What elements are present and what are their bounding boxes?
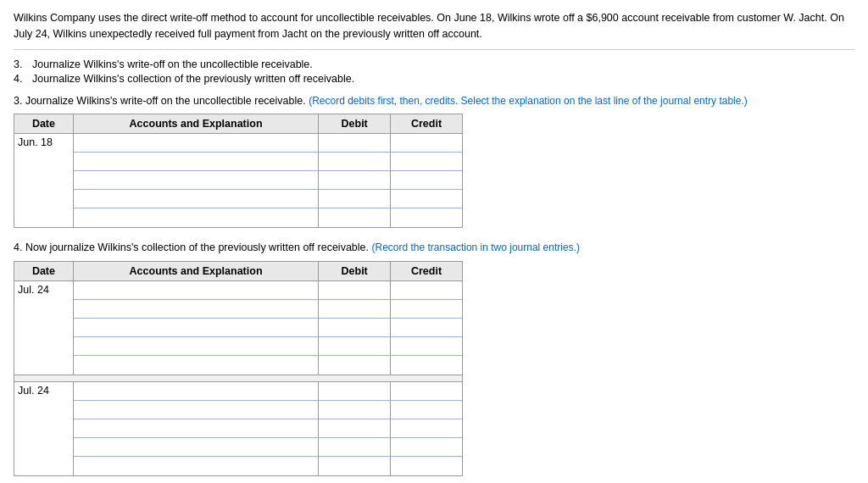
task-list: 3. Journalize Wilkins's write-off on the… (14, 58, 854, 85)
acct-input-4b-2[interactable] (74, 401, 318, 419)
header-date-3: Date (14, 114, 74, 134)
credit-input-4b-1[interactable] (391, 382, 462, 401)
header-acct-4: Accounts and Explanation (73, 262, 318, 281)
date-cell-4a: Jul. 24 (14, 281, 74, 375)
acct-input-4b-1[interactable] (74, 382, 318, 400)
debit-input-4b-3[interactable] (319, 419, 390, 438)
debit-input-4a-3[interactable] (319, 319, 390, 337)
debit-cell-4a (319, 281, 391, 375)
header-credit-4: Credit (391, 262, 463, 281)
acct-input-4a-3[interactable] (74, 319, 318, 336)
debit-input-4b-2[interactable] (319, 401, 390, 419)
debit-input-3-5[interactable] (319, 208, 390, 227)
debit-input-4b-4[interactable] (319, 438, 390, 457)
credit-input-4a-4[interactable] (391, 337, 462, 356)
header-acct-3: Accounts and Explanation (73, 114, 318, 134)
section3-header: 3. Journalize Wilkins's write-off on the… (14, 93, 854, 109)
task-item-3: 3. Journalize Wilkins's write-off on the… (14, 58, 854, 70)
acct-input-3-4[interactable] (74, 190, 318, 208)
debit-input-3-2[interactable] (319, 153, 390, 171)
acct-cell-3 (73, 134, 318, 228)
debit-input-4a-5[interactable] (319, 356, 390, 375)
acct-input-3-1[interactable] (74, 134, 318, 152)
intro-text: Wilkins Company uses the direct write-of… (14, 10, 854, 50)
credit-input-3-4[interactable] (391, 190, 462, 208)
credit-input-4b-4[interactable] (391, 438, 462, 457)
acct-input-4b-5[interactable] (74, 457, 318, 475)
credit-input-3-5[interactable] (391, 208, 462, 227)
header-debit-3: Debit (319, 114, 391, 134)
credit-input-3-1[interactable] (391, 134, 462, 153)
credit-cell-4b (391, 382, 463, 476)
acct-input-3-2[interactable] (74, 153, 318, 170)
acct-input-3-3[interactable] (74, 171, 318, 189)
credit-input-3-2[interactable] (391, 153, 462, 171)
debit-input-4a-2[interactable] (319, 300, 390, 319)
date-cell-3: Jun. 18 (14, 134, 74, 228)
header-date-4: Date (14, 262, 74, 281)
table-row-4b: Jul. 24 (14, 382, 463, 476)
task-item-4: 4. Journalize Wilkins's collection of th… (14, 73, 854, 85)
credit-input-4b-2[interactable] (391, 401, 462, 419)
acct-input-4a-5[interactable] (74, 356, 318, 375)
group-separator (14, 375, 463, 382)
acct-input-4b-3[interactable] (74, 419, 318, 437)
debit-cell-3 (319, 134, 391, 228)
acct-input-4b-4[interactable] (74, 438, 318, 456)
credit-input-4b-5[interactable] (391, 457, 462, 475)
credit-input-4a-5[interactable] (391, 356, 462, 375)
credit-input-4b-3[interactable] (391, 419, 462, 438)
credit-input-4a-3[interactable] (391, 319, 462, 337)
date-cell-4b: Jul. 24 (14, 382, 74, 476)
credit-input-4a-2[interactable] (391, 300, 462, 319)
acct-input-4a-4[interactable] (74, 337, 318, 355)
header-credit-3: Credit (391, 114, 463, 134)
debit-input-4b-5[interactable] (319, 457, 390, 475)
table-row: Jun. 18 (14, 134, 463, 228)
debit-input-4a-1[interactable] (319, 281, 390, 300)
debit-input-3-4[interactable] (319, 190, 390, 208)
credit-cell-3 (391, 134, 463, 228)
acct-input-4a-2[interactable] (74, 300, 318, 318)
debit-input-4a-4[interactable] (319, 337, 390, 356)
section4-header: 4. Now journalize Wilkins's collection o… (14, 240, 854, 256)
debit-cell-4b (319, 382, 391, 476)
credit-cell-4a (391, 281, 463, 375)
acct-cell-4b (73, 382, 318, 476)
debit-input-4b-1[interactable] (319, 382, 390, 401)
debit-input-3-1[interactable] (319, 134, 390, 153)
table-row-4a: Jul. 24 (14, 281, 463, 375)
header-debit-4: Debit (319, 262, 391, 281)
debit-input-3-3[interactable] (319, 171, 390, 190)
section4-table: Date Accounts and Explanation Debit Cred… (14, 261, 463, 476)
section3-table: Date Accounts and Explanation Debit Cred… (14, 114, 463, 228)
acct-cell-4a (73, 281, 318, 375)
credit-input-3-3[interactable] (391, 171, 462, 190)
acct-input-4a-1[interactable] (74, 281, 318, 299)
acct-input-3-5[interactable] (74, 208, 318, 227)
credit-input-4a-1[interactable] (391, 281, 462, 300)
